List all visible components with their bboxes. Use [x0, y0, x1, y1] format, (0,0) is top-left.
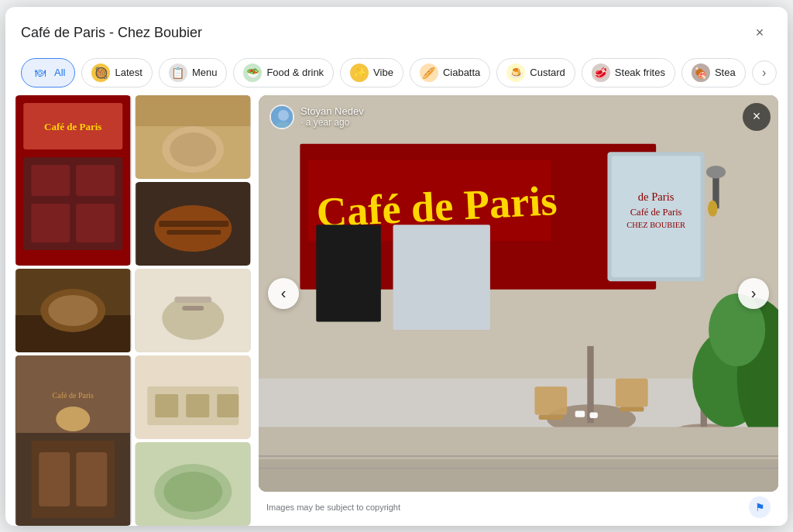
svg-point-11 [170, 132, 216, 166]
thumb-2[interactable] [135, 95, 252, 179]
thumb-7-image [135, 355, 252, 439]
svg-text:de Paris: de Paris [638, 190, 675, 202]
svg-rect-15 [166, 230, 221, 235]
chip-menu-label: Menu [192, 67, 218, 78]
thumb-2-image [135, 95, 252, 179]
chip-stea-label: Stea [715, 67, 736, 78]
attr-time: · a year ago [300, 117, 364, 128]
svg-rect-34 [186, 394, 209, 417]
thumbnail-grid: Café de Paris [15, 95, 251, 526]
chip-steak-label: Steak frites [615, 67, 665, 78]
chip-menu-icon: 📋 [169, 63, 187, 82]
chip-steak-icon: 🥩 [592, 63, 610, 82]
thumb-5-image [135, 269, 252, 352]
svg-rect-73 [259, 427, 778, 459]
chip-food-icon: 🥗 [243, 63, 262, 82]
chip-all-icon: 🍽 [31, 63, 50, 82]
svg-text:Café de Paris: Café de Paris [53, 391, 94, 400]
chip-latest-icon: 🥘 [91, 63, 110, 82]
chip-ciabatta-label: Ciabatta [443, 67, 480, 78]
chip-menu[interactable]: 📋 Menu [159, 58, 228, 88]
thumb-8-image [135, 442, 252, 526]
modal-title: Café de Paris - Chez Boubier [21, 25, 202, 41]
svg-rect-9 [136, 95, 250, 126]
chip-stea-icon: 🍖 [692, 63, 710, 82]
svg-rect-67 [589, 412, 597, 417]
svg-rect-22 [174, 297, 211, 303]
svg-point-19 [48, 295, 98, 326]
chip-ciabatta-icon: 🥖 [420, 63, 438, 82]
svg-rect-29 [39, 452, 70, 506]
svg-point-56 [708, 200, 718, 216]
thumb-5[interactable] [135, 269, 252, 352]
photo-main: Stoyan Nedev · a year ago × [259, 95, 778, 492]
photo-modal: Café de Paris - Chez Boubier × 🍽 All 🥘 L… [5, 7, 788, 526]
photo-attribution: Stoyan Nedev · a year ago [269, 105, 364, 129]
chip-latest[interactable]: 🥘 Latest [81, 58, 152, 88]
chip-all-label: All [54, 67, 65, 78]
thumb-4[interactable] [15, 269, 132, 352]
chip-custard[interactable]: 🍮 Custard [496, 58, 575, 88]
svg-rect-4 [31, 165, 70, 196]
svg-rect-61 [539, 414, 563, 419]
chip-vibe-label: Vibe [373, 67, 393, 78]
svg-rect-66 [575, 410, 585, 417]
thumb-3[interactable] [135, 182, 252, 266]
chip-custard-label: Custard [530, 67, 565, 78]
thumb-6[interactable]: Café de Paris [15, 355, 132, 526]
chip-vibe-icon: ✨ [350, 63, 369, 82]
photo-next-button[interactable]: › [738, 278, 769, 309]
modal-close-button[interactable]: × [747, 21, 772, 46]
chip-stea[interactable]: 🍖 Stea [681, 58, 746, 88]
thumb-8[interactable] [135, 442, 252, 526]
chip-steak-frites[interactable]: 🥩 Steak frites [582, 58, 675, 88]
photo-footer: Images may be subject to copyright ⚑ [259, 492, 778, 526]
thumb-4-image [15, 269, 132, 352]
svg-rect-23 [182, 306, 204, 311]
svg-rect-74 [259, 455, 778, 456]
main-photo: Café de Paris de Paris Café de Paris CHE… [259, 95, 778, 492]
photo-viewer: Stoyan Nedev · a year ago × [259, 95, 778, 526]
svg-rect-30 [76, 452, 107, 506]
photo-close-button[interactable]: × [743, 103, 771, 131]
attr-name: Stoyan Nedev [300, 105, 364, 117]
svg-rect-62 [616, 378, 648, 407]
svg-point-55 [706, 165, 726, 178]
thumb-6-image: Café de Paris [15, 355, 132, 526]
main-content: Café de Paris [5, 95, 788, 526]
copyright-text: Images may be subject to copyright [266, 503, 400, 512]
chip-vibe[interactable]: ✨ Vibe [340, 58, 403, 88]
filter-next-button[interactable]: › [752, 60, 777, 85]
chip-food-label: Food & drink [266, 67, 324, 78]
thumb-1[interactable]: Café de Paris [15, 95, 132, 266]
svg-rect-75 [259, 467, 778, 469]
avatar [269, 105, 294, 129]
svg-point-21 [162, 297, 224, 340]
chip-all[interactable]: 🍽 All [21, 58, 75, 88]
svg-point-38 [163, 472, 222, 512]
svg-rect-60 [534, 386, 567, 415]
svg-rect-5 [76, 165, 115, 196]
svg-point-40 [278, 110, 289, 121]
svg-rect-52 [316, 225, 381, 321]
svg-rect-53 [393, 225, 490, 330]
svg-point-13 [154, 205, 232, 252]
svg-rect-35 [217, 394, 239, 417]
chip-food-drink[interactable]: 🥗 Food & drink [233, 58, 334, 88]
attr-info: Stoyan Nedev · a year ago [300, 105, 364, 128]
svg-text:Café de Paris: Café de Paris [44, 121, 101, 132]
svg-rect-14 [159, 221, 228, 227]
thumb-7[interactable] [135, 355, 252, 439]
thumb-3-image [135, 182, 252, 266]
filter-bar: 🍽 All 🥘 Latest 📋 Menu 🥗 Food & drink ✨ V… [5, 53, 788, 95]
svg-rect-7 [76, 204, 115, 242]
chip-ciabatta[interactable]: 🥖 Ciabatta [410, 58, 490, 88]
photo-prev-button[interactable]: ‹ [268, 278, 299, 309]
flag-button[interactable]: ⚑ [749, 496, 771, 518]
thumb-1-image: Café de Paris [15, 95, 132, 266]
svg-rect-33 [155, 394, 178, 417]
modal-header: Café de Paris - Chez Boubier × [5, 7, 788, 53]
svg-rect-6 [31, 204, 70, 242]
svg-point-27 [56, 407, 90, 431]
chip-latest-label: Latest [115, 67, 142, 78]
